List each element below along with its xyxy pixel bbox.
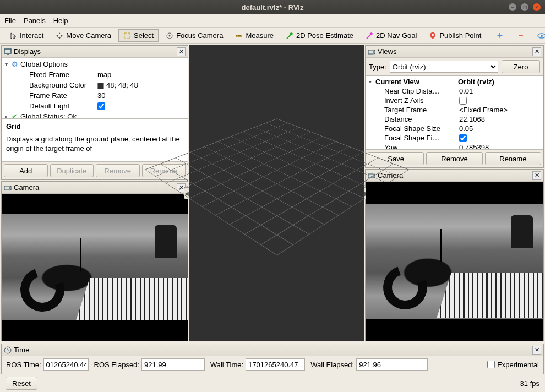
wall-time-input[interactable]	[246, 358, 305, 371]
views-remove-button[interactable]: Remove	[426, 152, 482, 165]
svg-point-2	[169, 35, 171, 36]
window-title: default.rviz* - RViz	[4, 3, 541, 12]
tool-add[interactable]: ＋	[490, 28, 509, 43]
experimental-checkbox-wrap[interactable]: Experimental	[487, 361, 539, 369]
views-tree[interactable]: ▾ Current View Orbit (rviz) Near Clip Di…	[366, 76, 543, 149]
camera-right-panel: Camera ✕	[365, 169, 544, 341]
desc-title: Grid	[6, 122, 183, 130]
tool-remove[interactable]: －	[511, 28, 530, 43]
tool-measure[interactable]: Measure	[230, 29, 279, 42]
displays-description: Grid Displays a grid along the ground pl…	[2, 118, 188, 161]
menu-help[interactable]: Help	[53, 17, 68, 25]
eye-icon	[537, 32, 545, 40]
camera-left-header[interactable]: Camera ✕	[2, 182, 188, 194]
add-button[interactable]: Add	[4, 164, 48, 177]
views-type-label: Type:	[369, 63, 386, 71]
focal-fixed-checkbox[interactable]	[459, 134, 467, 142]
svg-rect-13	[368, 50, 373, 54]
views-prop-near-clip[interactable]: Near Clip Dista…0.01	[366, 86, 543, 96]
camera-right-close[interactable]: ✕	[532, 171, 541, 180]
tree-row-default-light[interactable]: Default Light	[2, 101, 188, 111]
tree-row-global-status[interactable]: ▸ ✔ Global Status: Ok	[2, 111, 188, 118]
camera-left-panel: Camera ✕	[1, 181, 188, 341]
time-close[interactable]: ✕	[532, 346, 541, 355]
maximize-button[interactable]: ◻	[521, 3, 528, 11]
tool-interact[interactable]: Interact	[4, 29, 48, 42]
views-header[interactable]: Views ✕	[366, 46, 543, 58]
camera-image	[366, 204, 543, 318]
menubar: File Panels Help	[0, 14, 545, 28]
views-prop-target-frame[interactable]: Target Frame<Fixed Frame>	[366, 105, 543, 115]
views-prop-focal-size[interactable]: Focal Shape Size0.05	[366, 124, 543, 133]
tool-visibility[interactable]: ▾	[532, 30, 545, 42]
time-panel: Time ✕ ROS Time: ROS Elapsed: Wall Time:…	[1, 344, 544, 374]
displays-body: ▾ ⚙ Global Options Fixed Frame map Backg…	[2, 58, 188, 179]
camera-left-title: Camera	[14, 183, 175, 192]
tool-focus-camera[interactable]: Focus Camera	[161, 29, 228, 42]
viewport-3d[interactable]	[189, 45, 364, 341]
wall-elapsed-label: Wall Elapsed:	[310, 361, 354, 369]
tree-row-fixed-frame[interactable]: Fixed Frame map	[2, 69, 188, 80]
pin-icon	[429, 32, 437, 40]
views-close[interactable]: ✕	[532, 47, 541, 56]
svg-rect-10	[4, 49, 11, 53]
tool-pose-estimate[interactable]: 2D Pose Estimate	[281, 29, 358, 42]
views-prop-distance[interactable]: Distance22.1068	[366, 115, 543, 124]
menu-panels[interactable]: Panels	[24, 17, 46, 25]
toolbar: Interact Move Camera Select Focus Camera…	[0, 28, 545, 44]
views-prop-yaw[interactable]: Yaw0.785398	[366, 143, 543, 149]
tool-move-camera[interactable]: Move Camera	[51, 29, 116, 42]
plus-icon: ＋	[495, 30, 504, 41]
desc-text: Displays a grid along the ground plane, …	[6, 135, 183, 154]
select-icon	[123, 32, 131, 40]
displays-title: Displays	[14, 47, 175, 56]
views-prop-focal-fixed[interactable]: Focal Shape Fi…	[366, 133, 543, 143]
views-rename-button[interactable]: Rename	[485, 152, 541, 165]
invert-z-checkbox[interactable]	[459, 97, 467, 105]
ruler-icon	[235, 32, 243, 40]
time-header[interactable]: Time ✕	[2, 344, 543, 356]
menu-file[interactable]: File	[4, 17, 16, 25]
displays-close[interactable]: ✕	[177, 47, 186, 56]
close-button[interactable]: ×	[533, 3, 541, 11]
zero-button[interactable]: Zero	[502, 60, 540, 73]
wall-elapsed-input[interactable]	[356, 358, 428, 371]
camera-right-view[interactable]	[366, 182, 543, 341]
camera-icon	[4, 184, 12, 192]
views-prop-invert-z[interactable]: Invert Z Axis	[366, 96, 543, 105]
camera-left-view[interactable]	[2, 194, 188, 341]
experimental-checkbox[interactable]	[487, 361, 495, 368]
tool-select[interactable]: Select	[118, 29, 159, 42]
tree-row-global-options[interactable]: ▾ ⚙ Global Options	[2, 59, 188, 69]
color-swatch	[97, 83, 104, 89]
ros-elapsed-label: ROS Elapsed:	[94, 361, 139, 369]
time-body: ROS Time: ROS Elapsed: Wall Time: Wall E…	[2, 356, 543, 373]
tree-row-bg-color[interactable]: Background Color 48; 48; 48	[2, 80, 188, 90]
default-light-checkbox[interactable]	[97, 102, 105, 110]
views-type-select[interactable]: Orbit (rviz)	[390, 61, 498, 73]
window-controls: – ◻ ×	[509, 3, 541, 11]
displays-tree[interactable]: ▾ ⚙ Global Options Fixed Frame map Backg…	[2, 58, 188, 118]
reset-button[interactable]: Reset	[6, 377, 37, 390]
svg-rect-12	[4, 186, 9, 190]
arrow-green-icon	[286, 32, 293, 40]
tool-publish-point[interactable]: Publish Point	[424, 29, 486, 42]
ros-time-input[interactable]	[43, 358, 89, 371]
move-icon	[56, 32, 63, 40]
minus-icon: －	[516, 30, 525, 41]
center-column: ◀ ▶	[189, 45, 364, 341]
tree-row-frame-rate[interactable]: Frame Rate 30	[2, 90, 188, 101]
svg-point-7	[432, 34, 434, 36]
remove-button[interactable]: Remove	[96, 164, 140, 177]
main-area: Displays ✕ ▾ ⚙ Global Options Fixed Fram…	[0, 44, 545, 342]
svg-rect-0	[124, 33, 130, 39]
views-current-row[interactable]: ▾ Current View Orbit (rviz)	[366, 77, 543, 86]
tool-nav-goal[interactable]: 2D Nav Goal	[361, 29, 422, 42]
views-title: Views	[378, 47, 530, 56]
wall-time-label: Wall Time:	[210, 361, 243, 369]
time-title: Time	[14, 346, 530, 354]
minimize-button[interactable]: –	[509, 3, 516, 11]
displays-header[interactable]: Displays ✕	[2, 46, 188, 58]
duplicate-button[interactable]: Duplicate	[50, 164, 94, 177]
ros-elapsed-input[interactable]	[141, 358, 205, 371]
